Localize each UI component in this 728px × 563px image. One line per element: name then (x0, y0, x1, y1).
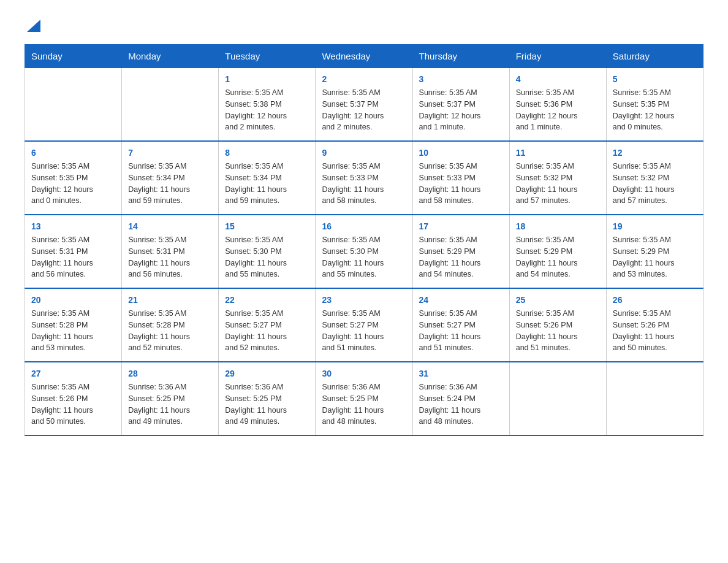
day-number: 5 (613, 73, 697, 86)
calendar-cell: 16Sunrise: 5:35 AM Sunset: 5:30 PM Dayli… (316, 215, 412, 288)
day-info: Sunrise: 5:35 AM Sunset: 5:27 PM Dayligh… (225, 308, 309, 354)
calendar-cell: 26Sunrise: 5:35 AM Sunset: 5:26 PM Dayli… (606, 288, 703, 362)
day-info: Sunrise: 5:36 AM Sunset: 5:25 PM Dayligh… (225, 381, 309, 427)
calendar-cell: 29Sunrise: 5:36 AM Sunset: 5:25 PM Dayli… (219, 362, 316, 435)
day-info: Sunrise: 5:36 AM Sunset: 5:25 PM Dayligh… (322, 381, 406, 427)
day-number: 20 (31, 294, 115, 307)
day-number: 7 (128, 147, 212, 159)
calendar-cell: 22Sunrise: 5:35 AM Sunset: 5:27 PM Dayli… (219, 288, 316, 362)
day-info: Sunrise: 5:35 AM Sunset: 5:35 PM Dayligh… (31, 161, 115, 207)
svg-marker-0 (27, 20, 40, 32)
day-info: Sunrise: 5:35 AM Sunset: 5:35 PM Dayligh… (613, 87, 697, 133)
day-info: Sunrise: 5:35 AM Sunset: 5:37 PM Dayligh… (322, 87, 406, 133)
calendar-cell: 14Sunrise: 5:35 AM Sunset: 5:31 PM Dayli… (122, 215, 219, 288)
header-thursday: Thursday (412, 45, 509, 68)
day-info: Sunrise: 5:35 AM Sunset: 5:36 PM Dayligh… (516, 87, 600, 133)
header-sunday: Sunday (25, 45, 122, 68)
day-info: Sunrise: 5:35 AM Sunset: 5:30 PM Dayligh… (225, 234, 309, 280)
day-info: Sunrise: 5:35 AM Sunset: 5:33 PM Dayligh… (419, 161, 503, 207)
day-number: 15 (225, 220, 309, 233)
day-number: 17 (419, 220, 503, 233)
calendar-header-row: SundayMondayTuesdayWednesdayThursdayFrid… (25, 45, 703, 68)
calendar-cell (509, 362, 606, 435)
calendar-cell: 9Sunrise: 5:35 AM Sunset: 5:33 PM Daylig… (316, 141, 412, 215)
day-info: Sunrise: 5:35 AM Sunset: 5:32 PM Dayligh… (516, 161, 600, 207)
calendar-cell: 20Sunrise: 5:35 AM Sunset: 5:28 PM Dayli… (25, 288, 122, 362)
calendar-cell: 8Sunrise: 5:35 AM Sunset: 5:34 PM Daylig… (219, 141, 316, 215)
day-info: Sunrise: 5:35 AM Sunset: 5:32 PM Dayligh… (613, 161, 697, 207)
day-number: 29 (225, 367, 309, 380)
day-number: 25 (516, 294, 600, 307)
day-info: Sunrise: 5:35 AM Sunset: 5:33 PM Dayligh… (322, 161, 406, 207)
calendar-cell (606, 362, 703, 435)
day-number: 14 (128, 220, 212, 233)
day-info: Sunrise: 5:35 AM Sunset: 5:38 PM Dayligh… (225, 87, 309, 133)
day-info: Sunrise: 5:35 AM Sunset: 5:28 PM Dayligh… (128, 308, 212, 354)
day-number: 30 (322, 367, 406, 380)
day-info: Sunrise: 5:35 AM Sunset: 5:31 PM Dayligh… (128, 234, 212, 280)
day-number: 12 (613, 147, 697, 159)
day-number: 18 (516, 220, 600, 233)
calendar-cell: 15Sunrise: 5:35 AM Sunset: 5:30 PM Dayli… (219, 215, 316, 288)
calendar-cell: 31Sunrise: 5:36 AM Sunset: 5:24 PM Dayli… (412, 362, 509, 435)
calendar-cell: 23Sunrise: 5:35 AM Sunset: 5:27 PM Dayli… (316, 288, 412, 362)
day-number: 9 (322, 147, 406, 159)
day-number: 8 (225, 147, 309, 159)
day-info: Sunrise: 5:35 AM Sunset: 5:27 PM Dayligh… (322, 308, 406, 354)
calendar-cell: 17Sunrise: 5:35 AM Sunset: 5:29 PM Dayli… (412, 215, 509, 288)
day-info: Sunrise: 5:35 AM Sunset: 5:30 PM Dayligh… (322, 234, 406, 280)
day-number: 28 (128, 367, 212, 380)
calendar-cell: 28Sunrise: 5:36 AM Sunset: 5:25 PM Dayli… (122, 362, 219, 435)
calendar-cell: 30Sunrise: 5:36 AM Sunset: 5:25 PM Dayli… (316, 362, 412, 435)
day-info: Sunrise: 5:35 AM Sunset: 5:26 PM Dayligh… (613, 308, 697, 354)
week-row-5: 27Sunrise: 5:35 AM Sunset: 5:26 PM Dayli… (25, 362, 703, 435)
calendar-cell: 1Sunrise: 5:35 AM Sunset: 5:38 PM Daylig… (219, 68, 316, 142)
page-header (25, 18, 703, 34)
day-info: Sunrise: 5:36 AM Sunset: 5:25 PM Dayligh… (128, 381, 212, 427)
calendar-cell (122, 68, 219, 142)
calendar-cell: 2Sunrise: 5:35 AM Sunset: 5:37 PM Daylig… (316, 68, 412, 142)
calendar-cell: 19Sunrise: 5:35 AM Sunset: 5:29 PM Dayli… (606, 215, 703, 288)
week-row-4: 20Sunrise: 5:35 AM Sunset: 5:28 PM Dayli… (25, 288, 703, 362)
day-number: 21 (128, 294, 212, 307)
day-info: Sunrise: 5:35 AM Sunset: 5:37 PM Dayligh… (419, 87, 503, 133)
calendar-cell: 13Sunrise: 5:35 AM Sunset: 5:31 PM Dayli… (25, 215, 122, 288)
day-info: Sunrise: 5:35 AM Sunset: 5:27 PM Dayligh… (419, 308, 503, 354)
day-number: 3 (419, 73, 503, 86)
day-number: 26 (613, 294, 697, 307)
header-tuesday: Tuesday (219, 45, 316, 68)
calendar-cell: 6Sunrise: 5:35 AM Sunset: 5:35 PM Daylig… (25, 141, 122, 215)
calendar-cell: 24Sunrise: 5:35 AM Sunset: 5:27 PM Dayli… (412, 288, 509, 362)
day-number: 23 (322, 294, 406, 307)
calendar-cell: 3Sunrise: 5:35 AM Sunset: 5:37 PM Daylig… (412, 68, 509, 142)
week-row-3: 13Sunrise: 5:35 AM Sunset: 5:31 PM Dayli… (25, 215, 703, 288)
day-info: Sunrise: 5:35 AM Sunset: 5:29 PM Dayligh… (613, 234, 697, 280)
day-info: Sunrise: 5:35 AM Sunset: 5:29 PM Dayligh… (516, 234, 600, 280)
calendar-cell: 10Sunrise: 5:35 AM Sunset: 5:33 PM Dayli… (412, 141, 509, 215)
day-number: 2 (322, 73, 406, 86)
logo-triangle-icon (27, 20, 40, 32)
day-number: 6 (31, 147, 115, 159)
day-number: 24 (419, 294, 503, 307)
day-number: 19 (613, 220, 697, 233)
calendar-cell (25, 68, 122, 142)
week-row-1: 1Sunrise: 5:35 AM Sunset: 5:38 PM Daylig… (25, 68, 703, 142)
day-number: 4 (516, 73, 600, 86)
day-info: Sunrise: 5:35 AM Sunset: 5:34 PM Dayligh… (128, 161, 212, 207)
day-info: Sunrise: 5:35 AM Sunset: 5:31 PM Dayligh… (31, 234, 115, 280)
day-info: Sunrise: 5:35 AM Sunset: 5:34 PM Dayligh… (225, 161, 309, 207)
day-number: 13 (31, 220, 115, 233)
day-number: 22 (225, 294, 309, 307)
logo (25, 18, 40, 34)
header-saturday: Saturday (606, 45, 703, 68)
header-monday: Monday (122, 45, 219, 68)
day-info: Sunrise: 5:35 AM Sunset: 5:26 PM Dayligh… (516, 308, 600, 354)
calendar-cell: 5Sunrise: 5:35 AM Sunset: 5:35 PM Daylig… (606, 68, 703, 142)
day-info: Sunrise: 5:35 AM Sunset: 5:29 PM Dayligh… (419, 234, 503, 280)
day-number: 27 (31, 367, 115, 380)
calendar-cell: 18Sunrise: 5:35 AM Sunset: 5:29 PM Dayli… (509, 215, 606, 288)
week-row-2: 6Sunrise: 5:35 AM Sunset: 5:35 PM Daylig… (25, 141, 703, 215)
calendar-cell: 21Sunrise: 5:35 AM Sunset: 5:28 PM Dayli… (122, 288, 219, 362)
day-info: Sunrise: 5:36 AM Sunset: 5:24 PM Dayligh… (419, 381, 503, 427)
day-number: 1 (225, 73, 309, 86)
